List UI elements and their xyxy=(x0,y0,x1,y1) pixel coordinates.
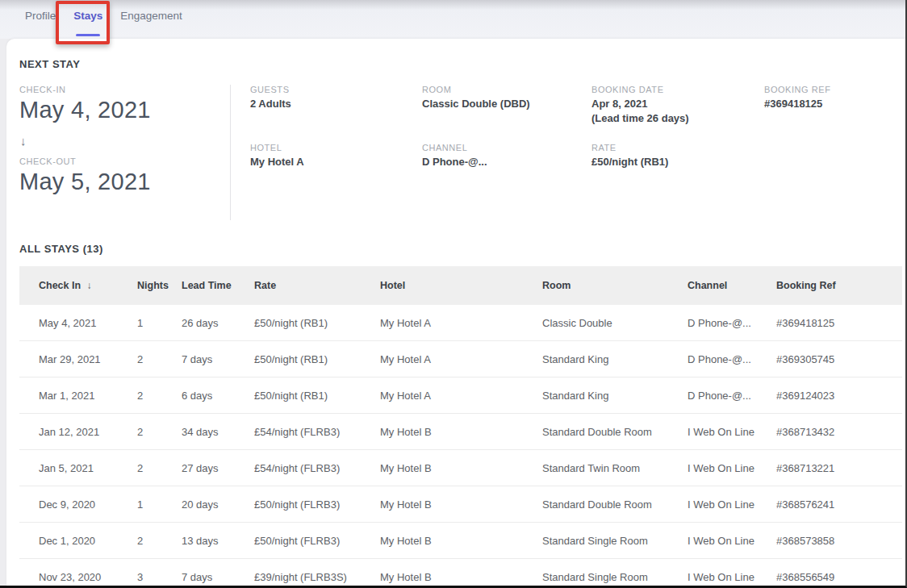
column-header-booking-ref[interactable]: Booking Ref xyxy=(776,280,902,291)
cell-nights: 2 xyxy=(137,426,182,438)
detail-room: ROOM Classic Double (DBD) xyxy=(422,85,591,143)
cell-nights: 1 xyxy=(137,498,182,511)
cell-rate: £54/night (FLRB3) xyxy=(254,462,380,474)
booking-ref-label: BOOKING REF xyxy=(764,85,902,94)
tab-engagement[interactable]: Engagement xyxy=(111,0,191,39)
booking-date-lead-time: (Lead time 26 days) xyxy=(591,111,764,126)
column-header-lead-time[interactable]: Lead Time xyxy=(182,280,254,291)
table-row[interactable]: May 4, 2021 1 26 days £50/night (RB1) My… xyxy=(19,305,902,341)
cell-booking-ref: #369305745 xyxy=(776,353,902,365)
cell-rate: £50/night (RB1) xyxy=(254,390,380,402)
cell-booking-ref: #368556549 xyxy=(776,571,902,583)
cell-lead-time: 34 days xyxy=(182,426,254,438)
booking-date-label: BOOKING DATE xyxy=(591,85,764,94)
detail-guests: GUESTS 2 Adults xyxy=(250,85,422,143)
hotel-label: HOTEL xyxy=(250,143,422,152)
cell-room: Classic Double xyxy=(542,317,688,329)
check-in-date: May 4, 2021 xyxy=(19,97,230,123)
cell-booking-ref: #368573858 xyxy=(776,535,902,547)
cell-rate: £50/night (RB1) xyxy=(254,317,380,329)
room-label: ROOM xyxy=(422,85,591,94)
cell-lead-time: 6 days xyxy=(182,390,254,402)
detail-hotel: HOTEL My Hotel A xyxy=(250,143,422,169)
cell-check-in: Dec 1, 2020 xyxy=(19,535,137,547)
column-header-rate[interactable]: Rate xyxy=(254,280,380,291)
cell-channel: I Web On Line xyxy=(688,462,776,474)
hotel-value: My Hotel A xyxy=(250,155,422,169)
cell-lead-time: 13 days xyxy=(182,535,254,547)
check-in-label: CHECK-IN xyxy=(19,85,230,94)
cell-lead-time: 27 days xyxy=(182,462,254,474)
cell-hotel: My Hotel A xyxy=(380,353,542,365)
cell-channel: I Web On Line xyxy=(688,426,776,438)
cell-lead-time: 20 days xyxy=(182,498,254,511)
all-stays-title: ALL STAYS (13) xyxy=(19,243,902,255)
column-header-check-in[interactable]: Check In ↓ xyxy=(19,280,137,291)
detail-booking-date: BOOKING DATE Apr 8, 2021 (Lead time 26 d… xyxy=(591,85,764,143)
cell-channel: D Phone-@... xyxy=(688,390,776,402)
cell-booking-ref: #369418125 xyxy=(776,317,902,329)
cell-room: Standard Double Room xyxy=(542,498,688,511)
cell-rate: £50/night (FLRB3) xyxy=(254,535,380,547)
stays-table-header: Check In ↓ Nights Lead Time Rate Hotel R… xyxy=(19,266,902,305)
table-row[interactable]: Jan 5, 2021 2 27 days £54/night (FLRB3) … xyxy=(19,450,902,486)
table-row[interactable]: Dec 9, 2020 1 20 days £50/night (FLRB3) … xyxy=(19,486,902,523)
column-header-room[interactable]: Room xyxy=(542,280,688,291)
cell-nights: 2 xyxy=(137,353,182,365)
next-stay-panel: CHECK-IN May 4, 2021 ↓ CHECK-OUT May 5, … xyxy=(19,85,902,220)
column-header-hotel[interactable]: Hotel xyxy=(380,280,542,291)
cell-nights: 2 xyxy=(137,462,182,474)
cell-nights: 3 xyxy=(137,571,182,583)
check-in-out-block: CHECK-IN May 4, 2021 ↓ CHECK-OUT May 5, … xyxy=(19,85,231,220)
column-header-channel[interactable]: Channel xyxy=(688,280,776,291)
cell-booking-ref: #369124023 xyxy=(776,390,902,402)
cell-rate: £50/night (FLRB3) xyxy=(254,498,380,511)
cell-channel: I Web On Line xyxy=(688,498,776,511)
guests-label: GUESTS xyxy=(250,85,422,94)
cell-booking-ref: #368576241 xyxy=(776,498,902,511)
cell-hotel: My Hotel B xyxy=(380,426,542,438)
cell-booking-ref: #368713432 xyxy=(776,426,902,438)
cell-room: Standard Twin Room xyxy=(542,462,688,474)
detail-rate: RATE £50/night (RB1) xyxy=(591,143,764,169)
table-row[interactable]: Jan 12, 2021 2 34 days £54/night (FLRB3)… xyxy=(19,414,902,450)
cell-nights: 1 xyxy=(137,317,182,329)
cell-hotel: My Hotel B xyxy=(380,462,542,474)
cell-channel: D Phone-@... xyxy=(688,317,776,329)
cell-hotel: My Hotel A xyxy=(380,390,542,402)
detail-channel: CHANNEL D Phone-@... xyxy=(422,143,591,169)
column-header-nights[interactable]: Nights xyxy=(137,280,182,291)
cell-booking-ref: #368713221 xyxy=(776,462,902,474)
guest-profile-screen: Profile Stays Engagement NEXT STAY CHECK… xyxy=(0,0,907,588)
cell-nights: 2 xyxy=(137,390,182,402)
cell-room: Standard Double Room xyxy=(542,426,688,438)
next-stay-title: NEXT STAY xyxy=(19,58,902,70)
room-value: Classic Double (DBD) xyxy=(422,97,591,111)
check-out-label: CHECK-OUT xyxy=(19,156,230,166)
cell-check-in: May 4, 2021 xyxy=(19,317,137,329)
next-stay-details: GUESTS 2 Adults ROOM Classic Double (DBD… xyxy=(250,85,902,220)
detail-booking-ref: BOOKING REF #369418125 xyxy=(764,85,902,143)
rate-value: £50/night (RB1) xyxy=(591,155,764,169)
cell-lead-time: 26 days xyxy=(182,317,254,329)
table-row[interactable]: Mar 1, 2021 2 6 days £50/night (RB1) My … xyxy=(19,377,902,414)
cell-rate: £54/night (FLRB3) xyxy=(254,426,380,438)
cell-channel: I Web On Line xyxy=(688,535,776,547)
cell-hotel: My Hotel B xyxy=(380,535,542,547)
channel-label: CHANNEL xyxy=(422,143,591,152)
cell-room: Standard King xyxy=(542,353,688,365)
table-row[interactable]: Nov 23, 2020 3 7 days £39/night (FLRB3S)… xyxy=(19,559,902,588)
table-row[interactable]: Dec 1, 2020 2 13 days £50/night (FLRB3) … xyxy=(19,523,902,559)
cell-check-in: Mar 29, 2021 xyxy=(19,353,137,365)
rate-label: RATE xyxy=(591,143,764,152)
cell-channel: D Phone-@... xyxy=(688,353,776,365)
cell-lead-time: 7 days xyxy=(182,571,254,583)
table-row[interactable]: Mar 29, 2021 2 7 days £50/night (RB1) My… xyxy=(19,341,902,377)
column-header-check-in-label: Check In xyxy=(39,280,81,291)
cell-rate: £50/night (RB1) xyxy=(254,353,380,365)
arrow-down-icon: ↓ xyxy=(20,134,230,148)
annotation-highlight-box xyxy=(56,1,110,44)
cell-check-in: Dec 9, 2020 xyxy=(19,498,137,511)
stays-table-body: May 4, 2021 1 26 days £50/night (RB1) My… xyxy=(19,305,902,588)
guests-value: 2 Adults xyxy=(250,97,422,111)
